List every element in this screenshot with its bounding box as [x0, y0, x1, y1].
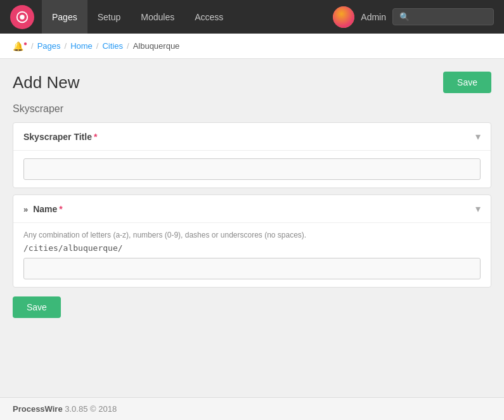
- admin-label: Admin: [361, 12, 386, 22]
- nav-link-pages[interactable]: Pages: [42, 0, 87, 34]
- nav-right: Admin 🔍: [333, 6, 494, 28]
- breadcrumb-sep-1: /: [31, 41, 34, 51]
- main-content: Add New Save Skyscraper Skyscraper Title…: [0, 59, 504, 331]
- search-input[interactable]: [413, 12, 487, 22]
- nav-link-modules[interactable]: Modules: [131, 0, 184, 34]
- breadcrumb-sep-4: /: [127, 41, 129, 51]
- svg-point-2: [333, 6, 354, 28]
- name-path-prefix: /cities/albuquerque/: [23, 243, 481, 253]
- page-title: Add New: [13, 73, 80, 92]
- name-required-star: *: [59, 204, 62, 214]
- nav-links: Pages Setup Modules Access: [42, 0, 333, 34]
- title-field-label: Skyscraper Title*: [23, 132, 97, 142]
- save-button-top[interactable]: Save: [443, 72, 491, 93]
- nav-link-setup[interactable]: Setup: [87, 0, 131, 34]
- page-header: Add New Save: [13, 72, 491, 93]
- save-button-bottom[interactable]: Save: [13, 296, 61, 318]
- top-nav: Pages Setup Modules Access Admin: [0, 0, 504, 34]
- avatar[interactable]: [333, 6, 354, 28]
- title-panel-body: [13, 151, 491, 188]
- name-field-label: » Name*: [23, 204, 63, 214]
- name-help-text: Any combination of letters (a-z), number…: [23, 231, 481, 239]
- title-panel-header: Skyscraper Title* ▾: [13, 123, 491, 151]
- name-panel-body: Any combination of letters (a-z), number…: [13, 223, 491, 287]
- nav-link-access[interactable]: Access: [184, 0, 233, 34]
- bell-dot: ●: [23, 40, 27, 47]
- breadcrumb-pages[interactable]: Pages: [37, 41, 61, 51]
- search-box[interactable]: 🔍: [392, 8, 494, 25]
- name-field-panel: » Name* ▾ Any combination of letters (a-…: [13, 194, 491, 288]
- breadcrumb-current: Albuquerque: [133, 41, 180, 51]
- breadcrumb-home[interactable]: Home: [70, 41, 93, 51]
- svg-point-1: [20, 15, 24, 19]
- bell-icon: 🔔: [13, 41, 23, 51]
- title-required-star: *: [94, 132, 97, 142]
- section-label: Skyscraper: [13, 103, 491, 115]
- name-input[interactable]: [23, 258, 481, 279]
- title-input[interactable]: [23, 158, 481, 180]
- breadcrumb-sep-3: /: [96, 41, 99, 51]
- app-logo[interactable]: [10, 5, 34, 29]
- bottom-save-area: Save: [13, 296, 491, 318]
- search-icon: 🔍: [399, 12, 410, 22]
- breadcrumb: 🔔 ● / Pages / Home / Cities / Albuquerqu…: [0, 34, 504, 59]
- breadcrumb-sep-2: /: [65, 41, 67, 51]
- title-field-panel: Skyscraper Title* ▾: [13, 122, 491, 188]
- title-collapse-icon[interactable]: ▾: [475, 130, 481, 143]
- breadcrumb-cities[interactable]: Cities: [102, 41, 123, 51]
- name-collapse-icon[interactable]: ▾: [475, 203, 481, 215]
- name-panel-header: » Name* ▾: [13, 195, 491, 223]
